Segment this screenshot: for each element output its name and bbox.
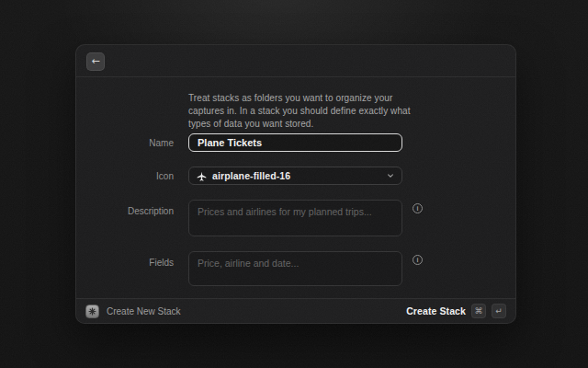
description-textarea[interactable] bbox=[188, 200, 402, 236]
command-key-icon: ⌘ bbox=[471, 304, 486, 318]
name-label: Name bbox=[76, 138, 174, 148]
name-input[interactable] bbox=[188, 133, 402, 152]
create-stack-button[interactable]: Create Stack ⌘ ↵ bbox=[406, 304, 506, 318]
app-logo-icon bbox=[85, 305, 99, 318]
back-button[interactable]: ← bbox=[86, 52, 105, 71]
fields-label: Fields bbox=[76, 258, 174, 268]
info-icon: i bbox=[413, 255, 423, 265]
fields-row: Fields i bbox=[76, 251, 423, 286]
arrow-left-icon: ← bbox=[91, 55, 99, 67]
icon-row: Icon airplane-filled-16 bbox=[76, 167, 402, 185]
footer-left: Create New Stack bbox=[85, 305, 181, 318]
description-row: Description i bbox=[76, 200, 423, 236]
intro-text: Treat stacks as folders you want to orga… bbox=[188, 92, 418, 131]
airplane-icon bbox=[197, 171, 207, 181]
chevron-down-icon bbox=[387, 172, 394, 179]
modal-footer: Create New Stack Create Stack ⌘ ↵ bbox=[76, 298, 515, 323]
icon-select-value: airplane-filled-16 bbox=[212, 170, 290, 181]
create-stack-modal: ← Treat stacks as folders you want to or… bbox=[75, 44, 516, 324]
fields-textarea[interactable] bbox=[188, 251, 402, 286]
modal-header: ← bbox=[76, 45, 515, 77]
info-icon: i bbox=[413, 203, 423, 213]
icon-label: Icon bbox=[76, 171, 174, 181]
return-key-icon: ↵ bbox=[492, 304, 506, 318]
create-stack-label: Create Stack bbox=[406, 305, 466, 316]
footer-title: Create New Stack bbox=[107, 306, 181, 316]
app-background: ← Treat stacks as folders you want to or… bbox=[0, 0, 588, 368]
description-label: Description bbox=[76, 206, 174, 216]
name-row: Name bbox=[76, 133, 402, 152]
icon-select[interactable]: airplane-filled-16 bbox=[188, 167, 402, 185]
